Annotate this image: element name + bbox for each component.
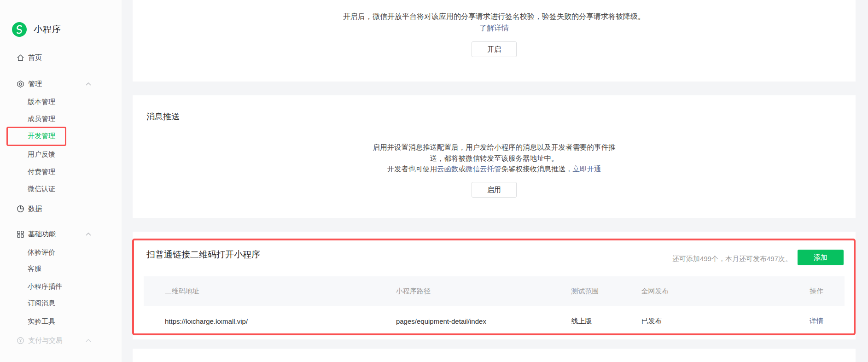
sidebar-item-customer-service[interactable]: 客服 <box>28 263 41 274</box>
sidebar-item-label: 数据 <box>28 204 42 213</box>
app-title: 小程序 <box>34 23 61 35</box>
quota-text: 还可添加499个，本月还可发布497次。 <box>672 255 792 263</box>
sidebar-item-version-management[interactable]: 版本管理 <box>28 97 55 107</box>
header-release: 全网发布 <box>641 276 781 306</box>
sidebar-item-management[interactable]: 管理 <box>0 78 122 89</box>
sidebar-item-home[interactable]: 首页 <box>0 52 122 63</box>
next-card-partial <box>133 349 856 362</box>
enable-message-push-button[interactable]: 启用 <box>472 182 517 198</box>
learn-more-link[interactable]: 了解详情 <box>479 24 509 32</box>
sidebar-item-development-management[interactable]: 开发管理 <box>28 131 55 141</box>
sidebar-item-label: 基础功能 <box>28 230 56 239</box>
message-push-line2: 送，都将被微信转发至该服务器地址中。 <box>133 154 856 163</box>
detail-link[interactable]: 详情 <box>810 317 823 325</box>
sidebar-item-member-management[interactable]: 成员管理 <box>28 114 55 124</box>
qrcode-table: 二维码地址 小程序路径 测试范围 全网发布 操作 https://kxcharg… <box>144 276 845 336</box>
message-push-card: 消息推送 启用并设置消息推送配置后，用户发给小程序的消息以及开发者需要的事件推 … <box>133 95 856 218</box>
sidebar-item-label: 管理 <box>28 80 42 88</box>
components-icon <box>17 230 24 238</box>
activate-now-link[interactable]: 立即开通 <box>573 165 601 173</box>
sidebar-item-experience-review[interactable]: 体验评价 <box>28 247 55 257</box>
sidebar-item-payment-and-trade[interactable]: 支付与交易 <box>0 335 122 346</box>
home-icon <box>17 54 24 62</box>
chevron-up-icon[interactable] <box>86 82 91 86</box>
cell-path: pages/equipment-detail/index <box>396 306 571 336</box>
header-path: 小程序路径 <box>396 276 571 306</box>
gear-icon <box>17 80 24 88</box>
header-qr-url: 二维码地址 <box>144 276 396 306</box>
yen-icon <box>17 337 24 344</box>
sidebar-item-data[interactable]: 数据 <box>0 203 122 214</box>
sidebar: 小程序 首页 管理 版本管理 成员管理 开发管理 用户反馈 付费管理 微信认证 … <box>0 0 122 362</box>
app-brand: 小程序 <box>12 22 61 37</box>
share-verify-card: 开启后，微信开放平台将对该应用的分享请求进行签名校验，验签失败的分享请求将被降级… <box>133 0 856 82</box>
header-action: 操作 <box>781 276 845 306</box>
cloud-hosting-link[interactable]: 微信云托管 <box>466 165 501 173</box>
qrcode-link-card: 扫普通链接二维码打开小程序 还可添加499个，本月还可发布497次。 添加 二维… <box>133 232 856 339</box>
sidebar-item-label: 支付与交易 <box>28 336 63 345</box>
enable-share-verify-button[interactable]: 开启 <box>472 41 517 57</box>
cell-release-status: 已发布 <box>641 306 781 336</box>
cell-qr-url: https://kxcharge.kxmall.vip/ <box>144 306 396 336</box>
sidebar-item-subscribe-message[interactable]: 订阅消息 <box>28 298 55 308</box>
message-push-title: 消息推送 <box>146 111 180 122</box>
chevron-up-icon[interactable] <box>86 339 91 342</box>
message-push-line3: 开发者也可使用云函数或微信云托管免鉴权接收消息推送，立即开通 <box>133 164 856 174</box>
table-row: https://kxcharge.kxmall.vip/ pages/equip… <box>144 306 845 336</box>
add-button[interactable]: 添加 <box>798 250 844 265</box>
sidebar-item-user-feedback[interactable]: 用户反馈 <box>28 149 55 159</box>
header-test-scope: 测试范围 <box>571 276 641 306</box>
sidebar-item-wechat-verification[interactable]: 微信认证 <box>28 184 55 194</box>
table-header-row: 二维码地址 小程序路径 测试范围 全网发布 操作 <box>144 276 845 306</box>
cell-test-scope: 线上版 <box>571 306 641 336</box>
sidebar-item-basic-functions[interactable]: 基础功能 <box>0 228 122 239</box>
pie-chart-icon <box>17 205 24 213</box>
sidebar-item-plugins[interactable]: 小程序插件 <box>28 281 62 292</box>
cloud-function-link[interactable]: 云函数 <box>437 165 459 173</box>
sidebar-item-experimental-tools[interactable]: 实验工具 <box>28 316 55 327</box>
miniprogram-logo-icon <box>12 22 27 37</box>
sidebar-item-payment-management[interactable]: 付费管理 <box>28 167 55 177</box>
sidebar-item-label: 首页 <box>28 53 42 62</box>
chevron-up-icon[interactable] <box>86 233 91 236</box>
qrcode-section-title: 扫普通链接二维码打开小程序 <box>146 249 260 261</box>
message-push-line1: 启用并设置消息推送配置后，用户发给小程序的消息以及开发者需要的事件推 <box>133 143 856 152</box>
share-verify-description: 开启后，微信开放平台将对该应用的分享请求进行签名校验，验签失败的分享请求将被降级… <box>133 12 856 22</box>
